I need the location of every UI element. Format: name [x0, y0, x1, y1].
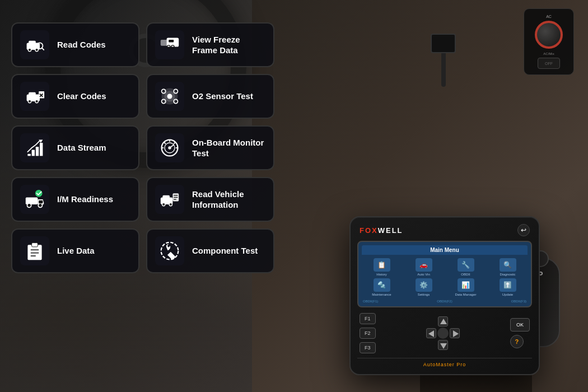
ok-button[interactable]: OK	[510, 318, 530, 332]
history-icon: 📋	[374, 258, 390, 272]
data-stream-icon	[20, 133, 49, 162]
clear-codes-label: Clear Codes	[57, 91, 106, 102]
brand-name: FOXWELL	[360, 226, 403, 235]
cable-body	[441, 53, 446, 87]
car-delete-icon	[25, 86, 45, 106]
autovin-label: Auto Vin	[417, 273, 430, 276]
svg-marker-61	[428, 330, 434, 337]
svg-point-2	[28, 48, 31, 51]
view-freeze-button[interactable]: View Freeze Frame Data	[146, 22, 274, 67]
svg-line-38	[164, 142, 166, 144]
features-panel: Read Codes View Freeze Frame Data	[11, 22, 274, 273]
o2-sensor-label: O2 Sensor Test	[192, 91, 253, 102]
clear-codes-button[interactable]: Clear Codes	[11, 74, 139, 119]
data-stream-label: Data Stream	[57, 142, 106, 153]
svg-rect-54	[32, 243, 38, 247]
svg-point-47	[162, 203, 165, 206]
onboard-monitor-label: On-Board Monitor Test	[192, 137, 265, 159]
update-label: Update	[502, 293, 513, 296]
dpad-center	[437, 328, 449, 339]
svg-point-13	[28, 100, 31, 102]
live-data-label: Live Data	[57, 245, 95, 256]
help-button[interactable]: ?	[510, 335, 524, 348]
gauge-icon	[160, 138, 180, 158]
device-screen: Main Menu 📋 History 🚗 Auto Vin 🔧 OBDI	[357, 241, 532, 307]
datamanager-icon: 📊	[458, 278, 474, 292]
back-button[interactable]: ↩	[517, 224, 530, 236]
o2-sensor-button[interactable]: O2 Sensor Test	[146, 74, 274, 119]
f2-button[interactable]: F2	[360, 328, 376, 339]
device-controls: F1 F2 F3	[357, 313, 532, 353]
im-readiness-button[interactable]: I/M Readiness	[11, 177, 139, 222]
data-stream-button[interactable]: Data Stream	[11, 125, 139, 170]
autovin-icon: 🚗	[416, 258, 432, 272]
svg-point-20	[167, 94, 172, 99]
update-icon: ⬆️	[500, 278, 516, 292]
screen-settings: ⚙️ Settings	[404, 278, 444, 296]
truck-check-icon	[25, 189, 45, 209]
svg-rect-28	[40, 143, 43, 156]
freeze-frame-icon	[160, 35, 180, 55]
foxwell-device: FOXWELL ↩ Main Menu 📋 History 🚗 A	[349, 216, 540, 375]
svg-rect-25	[27, 154, 30, 156]
dpad	[426, 316, 460, 350]
footer-f2: OBDII(F2)	[437, 300, 452, 303]
svg-marker-62	[453, 330, 459, 337]
svg-point-42	[38, 203, 42, 207]
dpad-up[interactable]	[438, 316, 448, 326]
onboard-monitor-icon	[155, 133, 184, 162]
clipboard-icon	[25, 241, 45, 261]
dpad-left[interactable]	[426, 328, 436, 338]
f3-button[interactable]: F3	[360, 342, 376, 353]
screen-update: ⬆️ Update	[488, 278, 528, 296]
action-buttons: OK ?	[510, 318, 530, 348]
svg-marker-59	[440, 319, 447, 324]
screen-diagnostic: 🔍 Diagnostic	[488, 258, 528, 276]
read-vehicle-button[interactable]: Read Vehicle Information	[146, 177, 274, 222]
device-model: AutoMaster Pro	[357, 358, 532, 367]
component-test-button[interactable]: Component Test	[146, 228, 274, 273]
live-data-button[interactable]: Live Data	[11, 228, 139, 273]
main-content: Read Codes View Freeze Frame Data	[0, 0, 588, 392]
live-data-icon	[20, 236, 49, 265]
diagnostic-icon: 🔍	[500, 258, 516, 272]
view-freeze-label: View Freeze Frame Data	[192, 34, 265, 56]
clear-codes-icon	[20, 82, 49, 111]
device-body: FOXWELL ↩ Main Menu 📋 History 🚗 A	[349, 216, 540, 375]
screen-datamanager: 📊 Data Manager	[446, 278, 486, 296]
svg-marker-60	[440, 343, 447, 349]
obdii-icon: 🔧	[458, 258, 474, 272]
svg-rect-8	[169, 40, 174, 43]
screen-footer: OBDII(F1) OBDII(F2) OBDII(F3)	[362, 300, 528, 303]
automaster-label: AutoMaster Pro	[423, 362, 466, 367]
svg-rect-39	[26, 197, 38, 204]
screen-autovin: 🚗 Auto Vin	[404, 258, 444, 276]
screen-maintenance: 🔩 Maintenance	[362, 278, 402, 296]
read-codes-label: Read Codes	[57, 39, 106, 50]
svg-point-3	[35, 48, 38, 51]
dpad-down[interactable]	[438, 340, 448, 350]
view-freeze-icon	[155, 30, 184, 59]
svg-rect-26	[32, 150, 35, 156]
brand-fox: FOX	[360, 226, 378, 235]
svg-point-48	[169, 203, 172, 206]
screen-grid: 📋 History 🚗 Auto Vin 🔧 OBDII 🔍	[362, 258, 528, 296]
footer-f1: OBDII(F1)	[363, 300, 378, 303]
read-codes-button[interactable]: Read Codes	[11, 22, 139, 67]
dpad-right[interactable]	[450, 328, 460, 338]
diagnostic-label: Diagnostic	[500, 273, 515, 276]
svg-line-33	[170, 145, 174, 148]
settings-icon: ⚙️	[416, 278, 432, 292]
chart-icon	[25, 138, 45, 158]
read-vehicle-icon	[155, 185, 184, 214]
im-readiness-label: I/M Readiness	[57, 194, 113, 205]
component-test-label: Component Test	[192, 245, 258, 256]
svg-line-5	[42, 48, 44, 50]
f1-button[interactable]: F1	[360, 313, 376, 324]
o2-icon	[160, 86, 180, 106]
svg-rect-12	[29, 92, 36, 95]
onboard-monitor-button[interactable]: On-Board Monitor Test	[146, 125, 274, 170]
device-area: FOXWELL ↩ Main Menu 📋 History 🚗 A	[274, 17, 577, 375]
screen-history: 📋 History	[362, 258, 402, 276]
svg-rect-1	[29, 41, 36, 44]
